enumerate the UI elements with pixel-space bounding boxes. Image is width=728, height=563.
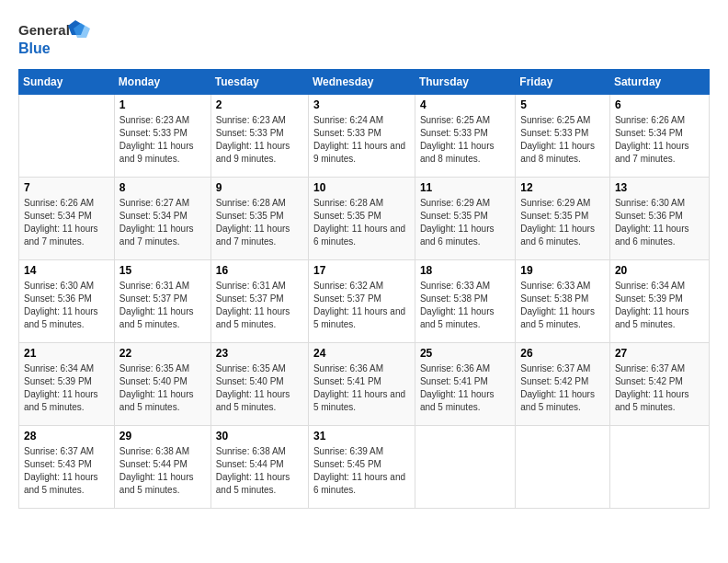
calendar-cell (415, 426, 515, 509)
day-number: 12 (520, 181, 605, 194)
calendar-cell: 22Sunrise: 6:35 AMSunset: 5:40 PMDayligh… (114, 343, 210, 426)
day-info: Sunrise: 6:37 AMSunset: 5:42 PMDaylight:… (520, 362, 605, 414)
day-number: 14 (24, 264, 109, 277)
day-info: Sunrise: 6:30 AMSunset: 5:36 PMDaylight:… (615, 197, 704, 248)
day-info: Sunrise: 6:24 AMSunset: 5:33 PMDaylight:… (313, 114, 410, 166)
header-row: SundayMondayTuesdayWednesdayThursdayFrid… (19, 70, 710, 95)
day-number: 25 (420, 347, 510, 360)
calendar-cell: 27Sunrise: 6:37 AMSunset: 5:42 PMDayligh… (609, 343, 709, 426)
calendar-header: SundayMondayTuesdayWednesdayThursdayFrid… (19, 70, 710, 95)
day-number: 30 (216, 430, 303, 442)
day-number: 31 (313, 430, 410, 442)
day-number: 24 (313, 347, 410, 360)
calendar-cell: 14Sunrise: 6:30 AMSunset: 5:36 PMDayligh… (19, 260, 115, 343)
day-info: Sunrise: 6:34 AMSunset: 5:39 PMDaylight:… (24, 362, 109, 414)
day-info: Sunrise: 6:29 AMSunset: 5:35 PMDaylight:… (520, 197, 605, 248)
day-number: 18 (420, 264, 510, 277)
day-number: 23 (216, 347, 303, 360)
day-info: Sunrise: 6:28 AMSunset: 5:35 PMDaylight:… (313, 197, 410, 248)
day-info: Sunrise: 6:37 AMSunset: 5:42 PMDaylight:… (615, 362, 704, 414)
day-number: 21 (24, 347, 109, 360)
calendar-cell: 24Sunrise: 6:36 AMSunset: 5:41 PMDayligh… (308, 343, 415, 426)
day-number: 2 (216, 98, 303, 111)
calendar-table: SundayMondayTuesdayWednesdayThursdayFrid… (18, 69, 710, 509)
header-day-wednesday: Wednesday (308, 70, 415, 95)
day-number: 8 (119, 181, 206, 194)
calendar-cell: 31Sunrise: 6:39 AMSunset: 5:45 PMDayligh… (308, 426, 415, 509)
day-info: Sunrise: 6:38 AMSunset: 5:44 PMDaylight:… (216, 445, 303, 497)
day-info: Sunrise: 6:27 AMSunset: 5:34 PMDaylight:… (119, 197, 206, 248)
calendar-cell: 4Sunrise: 6:25 AMSunset: 5:33 PMDaylight… (415, 95, 515, 178)
calendar-cell: 20Sunrise: 6:34 AMSunset: 5:39 PMDayligh… (609, 260, 709, 343)
day-number: 7 (24, 181, 109, 194)
day-info: Sunrise: 6:36 AMSunset: 5:41 PMDaylight:… (313, 362, 410, 414)
calendar-cell: 3Sunrise: 6:24 AMSunset: 5:33 PMDaylight… (308, 95, 415, 178)
week-row-5: 28Sunrise: 6:37 AMSunset: 5:43 PMDayligh… (19, 426, 710, 509)
calendar-cell: 28Sunrise: 6:37 AMSunset: 5:43 PMDayligh… (19, 426, 115, 509)
svg-text:General: General (18, 22, 70, 38)
week-row-4: 21Sunrise: 6:34 AMSunset: 5:39 PMDayligh… (19, 343, 710, 426)
day-number: 27 (615, 347, 704, 360)
day-number: 3 (313, 98, 410, 111)
svg-text:Blue: Blue (18, 40, 51, 56)
week-row-2: 7Sunrise: 6:26 AMSunset: 5:34 PMDaylight… (19, 178, 710, 260)
calendar-cell: 19Sunrise: 6:33 AMSunset: 5:38 PMDayligh… (516, 260, 610, 343)
page-header: GeneralBlue (18, 18, 710, 60)
calendar-cell: 26Sunrise: 6:37 AMSunset: 5:42 PMDayligh… (516, 343, 610, 426)
calendar-cell: 29Sunrise: 6:38 AMSunset: 5:44 PMDayligh… (114, 426, 210, 509)
day-number: 4 (420, 98, 510, 111)
day-info: Sunrise: 6:36 AMSunset: 5:41 PMDaylight:… (420, 362, 510, 414)
day-info: Sunrise: 6:23 AMSunset: 5:33 PMDaylight:… (216, 114, 303, 166)
day-number: 26 (520, 347, 605, 360)
calendar-cell: 16Sunrise: 6:31 AMSunset: 5:37 PMDayligh… (210, 260, 308, 343)
day-number: 1 (119, 98, 206, 111)
day-number: 16 (216, 264, 303, 277)
calendar-cell: 15Sunrise: 6:31 AMSunset: 5:37 PMDayligh… (114, 260, 210, 343)
day-info: Sunrise: 6:31 AMSunset: 5:37 PMDaylight:… (119, 280, 206, 331)
day-info: Sunrise: 6:31 AMSunset: 5:37 PMDaylight:… (216, 280, 303, 331)
calendar-cell: 10Sunrise: 6:28 AMSunset: 5:35 PMDayligh… (308, 178, 415, 260)
calendar-body: 1Sunrise: 6:23 AMSunset: 5:33 PMDaylight… (19, 95, 710, 509)
day-number: 6 (615, 98, 704, 111)
day-number: 22 (119, 347, 206, 360)
week-row-1: 1Sunrise: 6:23 AMSunset: 5:33 PMDaylight… (19, 95, 710, 178)
calendar-cell: 5Sunrise: 6:25 AMSunset: 5:33 PMDaylight… (516, 95, 610, 178)
day-number: 9 (216, 181, 303, 194)
week-row-3: 14Sunrise: 6:30 AMSunset: 5:36 PMDayligh… (19, 260, 710, 343)
calendar-cell: 1Sunrise: 6:23 AMSunset: 5:33 PMDaylight… (114, 95, 210, 178)
day-info: Sunrise: 6:26 AMSunset: 5:34 PMDaylight:… (615, 114, 704, 166)
day-info: Sunrise: 6:25 AMSunset: 5:33 PMDaylight:… (520, 114, 605, 166)
calendar-cell: 25Sunrise: 6:36 AMSunset: 5:41 PMDayligh… (415, 343, 515, 426)
day-info: Sunrise: 6:34 AMSunset: 5:39 PMDaylight:… (615, 280, 704, 331)
calendar-cell: 8Sunrise: 6:27 AMSunset: 5:34 PMDaylight… (114, 178, 210, 260)
day-number: 10 (313, 181, 410, 194)
logo: GeneralBlue (18, 18, 92, 60)
day-number: 11 (420, 181, 510, 194)
calendar-cell: 12Sunrise: 6:29 AMSunset: 5:35 PMDayligh… (516, 178, 610, 260)
calendar-cell: 23Sunrise: 6:35 AMSunset: 5:40 PMDayligh… (210, 343, 308, 426)
day-number: 28 (24, 430, 109, 442)
day-info: Sunrise: 6:25 AMSunset: 5:33 PMDaylight:… (420, 114, 510, 166)
calendar-cell: 2Sunrise: 6:23 AMSunset: 5:33 PMDaylight… (210, 95, 308, 178)
calendar-cell (609, 426, 709, 509)
day-number: 13 (615, 181, 704, 194)
day-info: Sunrise: 6:32 AMSunset: 5:37 PMDaylight:… (313, 280, 410, 331)
calendar-cell: 30Sunrise: 6:38 AMSunset: 5:44 PMDayligh… (210, 426, 308, 509)
header-day-tuesday: Tuesday (210, 70, 308, 95)
day-info: Sunrise: 6:37 AMSunset: 5:43 PMDaylight:… (24, 445, 109, 497)
day-info: Sunrise: 6:38 AMSunset: 5:44 PMDaylight:… (119, 445, 206, 497)
calendar-cell: 17Sunrise: 6:32 AMSunset: 5:37 PMDayligh… (308, 260, 415, 343)
calendar-cell: 9Sunrise: 6:28 AMSunset: 5:35 PMDaylight… (210, 178, 308, 260)
calendar-cell (19, 95, 115, 178)
header-day-thursday: Thursday (415, 70, 515, 95)
calendar-cell: 18Sunrise: 6:33 AMSunset: 5:38 PMDayligh… (415, 260, 515, 343)
day-number: 29 (119, 430, 206, 442)
header-day-sunday: Sunday (19, 70, 115, 95)
calendar-cell: 13Sunrise: 6:30 AMSunset: 5:36 PMDayligh… (609, 178, 709, 260)
header-day-monday: Monday (114, 70, 210, 95)
header-day-friday: Friday (516, 70, 610, 95)
day-info: Sunrise: 6:28 AMSunset: 5:35 PMDaylight:… (216, 197, 303, 248)
calendar-cell: 11Sunrise: 6:29 AMSunset: 5:35 PMDayligh… (415, 178, 515, 260)
day-info: Sunrise: 6:30 AMSunset: 5:36 PMDaylight:… (24, 280, 109, 331)
header-day-saturday: Saturday (609, 70, 709, 95)
